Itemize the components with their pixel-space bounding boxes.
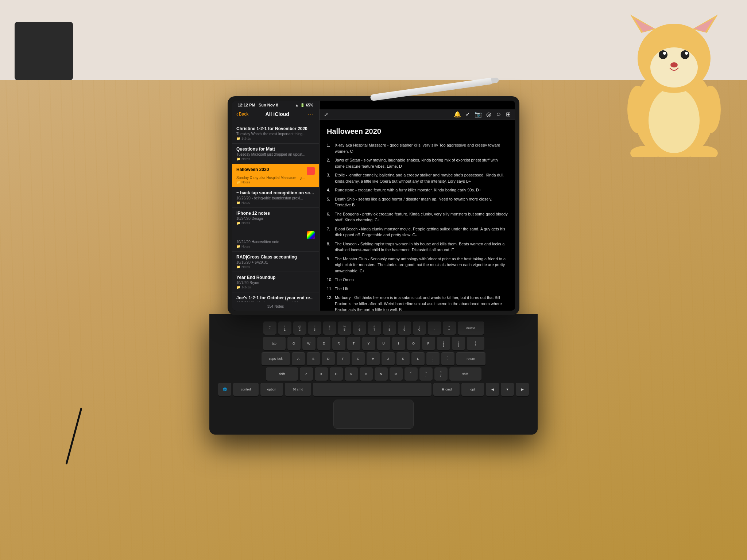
key-r[interactable]: R xyxy=(332,337,345,350)
key-tab[interactable]: tab xyxy=(263,337,286,350)
key-equals[interactable]: += xyxy=(443,322,456,335)
key-control[interactable]: control xyxy=(233,383,259,396)
key-6[interactable]: ^6 xyxy=(353,322,366,335)
key-w[interactable]: W xyxy=(302,337,316,350)
note-item[interactable]: Year End Roundup 10/7/20 Bryon 📁 1-2-1s xyxy=(232,272,319,292)
key-b[interactable]: B xyxy=(360,368,373,381)
table-icon[interactable]: ⊞ xyxy=(506,111,511,118)
folder-icon: 📁 xyxy=(236,265,240,269)
key-cmd-left[interactable]: ⌘ cmd xyxy=(285,383,311,396)
key-5[interactable]: %5 xyxy=(338,322,351,335)
key-7[interactable]: &7 xyxy=(368,322,381,335)
note-item[interactable]: Questions for Matt Tuesday Microsoft jus… xyxy=(232,144,319,164)
key-quote[interactable]: "' xyxy=(441,352,454,365)
note-item[interactable]: 10/24/20 Handwritten note 📁 Notes xyxy=(232,228,319,252)
key-d[interactable]: D xyxy=(322,352,335,365)
note-list-item: 4. Runestone - creature feature with a f… xyxy=(327,187,508,193)
key-i[interactable]: I xyxy=(392,337,405,350)
key-z[interactable]: Z xyxy=(300,368,313,381)
key-minus[interactable]: _- xyxy=(428,322,441,335)
note-list-item: 3. Etoile - jennifer connelly, ballerina… xyxy=(327,172,508,184)
key-globe[interactable]: 🌐 xyxy=(218,383,231,396)
note-item[interactable]: ~ back tap sound recognition on scr... 1… xyxy=(232,187,319,208)
key-u[interactable]: U xyxy=(377,337,390,350)
key-comma[interactable]: <, xyxy=(405,368,418,381)
key-0[interactable]: )0 xyxy=(413,322,426,335)
key-backslash[interactable]: |\ xyxy=(467,337,484,350)
note-item[interactable]: Christine 1-2-1 for November 2020 Tuesda… xyxy=(232,123,319,144)
key-backtick[interactable]: ~` xyxy=(263,322,276,335)
key-x[interactable]: X xyxy=(315,368,328,381)
note-item[interactable]: Joe's 1-2-1 for October (year end re... … xyxy=(232,292,319,302)
key-arrow-right[interactable]: ▶ xyxy=(516,383,529,396)
key-v[interactable]: V xyxy=(345,368,358,381)
markup-icon[interactable]: ◎ xyxy=(486,111,491,118)
checklist-icon[interactable]: ✓ xyxy=(465,111,470,118)
key-h[interactable]: H xyxy=(367,352,380,365)
key-bracket-left[interactable]: {[ xyxy=(437,337,450,350)
key-slash[interactable]: ?/ xyxy=(434,368,448,381)
key-e[interactable]: E xyxy=(317,337,330,350)
note-list-item: 5. Death Ship - seems like a good horror… xyxy=(327,196,508,208)
key-arrow-left[interactable]: ◀ xyxy=(486,383,499,396)
key-spacebar[interactable] xyxy=(313,383,431,396)
status-icons: ▲ 🔋 65% xyxy=(295,103,313,107)
key-p[interactable]: P xyxy=(422,337,435,350)
key-bracket-right[interactable]: }] xyxy=(452,337,465,350)
usb-cable xyxy=(65,408,82,464)
note-list-item: 2. Jaws of Satan - slow moving, laughabl… xyxy=(327,157,508,169)
svg-point-16 xyxy=(700,86,721,133)
more-button[interactable]: ··· xyxy=(306,110,315,118)
key-arrow-down[interactable]: ▼ xyxy=(501,383,514,396)
key-return[interactable]: return xyxy=(456,352,485,365)
key-j[interactable]: J xyxy=(382,352,395,365)
camera-icon[interactable]: 📷 xyxy=(475,111,482,118)
trackpad[interactable] xyxy=(333,400,414,429)
key-opt-right[interactable]: opt xyxy=(461,383,484,396)
key-a[interactable]: A xyxy=(292,352,305,365)
key-3[interactable]: #3 xyxy=(308,322,321,335)
key-o[interactable]: O xyxy=(407,337,420,350)
note-item[interactable]: RAD|Cross Class accounting 10/16/20 + $4… xyxy=(232,252,319,272)
key-semicolon[interactable]: :; xyxy=(426,352,440,365)
bottom-row: 🌐 control option ⌘ cmd ⌘ cmd opt ◀ ▼ ▶ xyxy=(218,383,529,396)
key-q[interactable]: Q xyxy=(287,337,301,350)
expand-icon[interactable]: ⤢ xyxy=(324,112,328,117)
key-delete[interactable]: delete xyxy=(458,322,484,335)
qwerty-row: tab Q W E R T Y U I O P {[ }] |\ xyxy=(218,337,529,350)
key-y[interactable]: Y xyxy=(362,337,375,350)
key-shift-right[interactable]: shift xyxy=(449,368,481,381)
key-1[interactable]: !1 xyxy=(278,322,291,335)
key-cmd-right[interactable]: ⌘ cmd xyxy=(433,383,460,396)
note-list-item: 1. X-ray aka Hospital Massacre - good sl… xyxy=(327,142,508,154)
key-c[interactable]: C xyxy=(330,368,343,381)
note-item-active[interactable]: Halloween 2020 Sunday X-ray aka Hospital… xyxy=(232,164,319,187)
key-s[interactable]: S xyxy=(307,352,320,365)
key-l[interactable]: L xyxy=(411,352,425,365)
key-period[interactable]: >. xyxy=(419,368,433,381)
emoji-icon[interactable]: ☺ xyxy=(496,111,502,118)
key-n[interactable]: N xyxy=(375,368,388,381)
toolbar-right: 🔔 ✓ 📷 ◎ ☺ ⊞ xyxy=(454,111,511,118)
toolbar-left: ⤢ xyxy=(324,112,328,117)
back-button[interactable]: ‹ Back xyxy=(236,111,248,117)
note-item[interactable]: iPhone 12 notes 10/24/20 Design 📁 Notes xyxy=(232,208,319,228)
notes-header-top: ‹ Back All iCloud ··· xyxy=(236,110,315,118)
key-m[interactable]: M xyxy=(390,368,403,381)
note-content-panel: ⤢ 🔔 ✓ 📷 ◎ ☺ ⊞ Halloween 2020 xyxy=(320,101,515,311)
note-list-item: 6. The Boogens - pretty ok creature feat… xyxy=(327,211,508,223)
key-caps-lock[interactable]: caps lock xyxy=(262,352,290,365)
key-g[interactable]: G xyxy=(352,352,365,365)
key-shift-left[interactable]: shift xyxy=(266,368,298,381)
key-2[interactable]: @2 xyxy=(293,322,306,335)
key-4[interactable]: $4 xyxy=(323,322,336,335)
key-f[interactable]: F xyxy=(337,352,350,365)
key-t[interactable]: T xyxy=(347,337,360,350)
key-option-left[interactable]: option xyxy=(260,383,283,396)
key-k[interactable]: K xyxy=(396,352,410,365)
reminder-icon[interactable]: 🔔 xyxy=(454,111,461,118)
key-9[interactable]: (9 xyxy=(398,322,411,335)
svg-point-12 xyxy=(670,62,678,67)
key-8[interactable]: *8 xyxy=(383,322,396,335)
note-body[interactable]: Halloween 2020 1. X-ray aka Hospital Mas… xyxy=(320,120,515,311)
